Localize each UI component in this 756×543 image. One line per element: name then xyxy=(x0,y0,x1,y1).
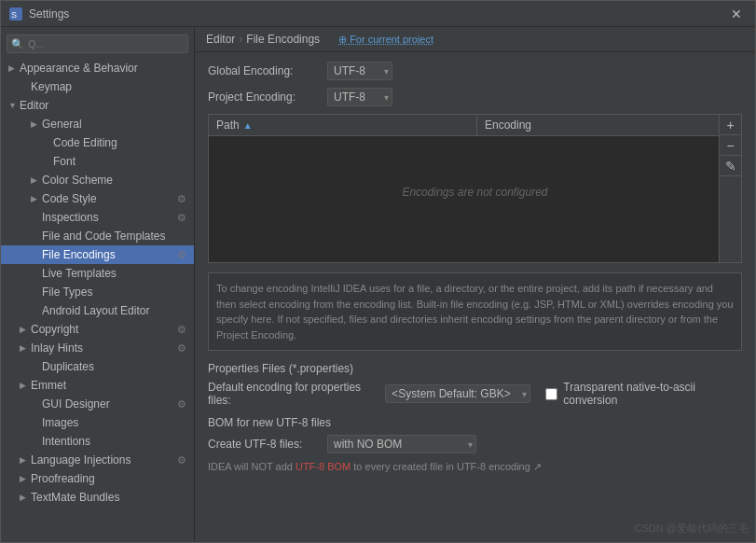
transparent-label[interactable]: Transparent native-to-ascii conversion xyxy=(563,381,742,407)
bom-note: IDEA will NOT add UTF-8 BOM to every cre… xyxy=(208,461,742,473)
app-icon: S xyxy=(8,7,23,21)
spacer xyxy=(31,250,42,259)
sidebar-item-label: General xyxy=(42,118,82,131)
breadcrumb-bar: Editor › File Encodings ⊕ For current pr… xyxy=(195,27,755,52)
sidebar-item-inspections[interactable]: Inspections ⚙ xyxy=(1,208,194,227)
sidebar-item-font[interactable]: Font xyxy=(1,152,194,171)
spacer xyxy=(31,287,42,297)
properties-encoding-row: Default encoding for properties files: <… xyxy=(208,381,742,407)
sidebar-item-color-scheme[interactable]: ▶ Color Scheme xyxy=(1,171,194,189)
sidebar-item-label: TextMate Bundles xyxy=(31,491,119,504)
sidebar-item-inlay-hints[interactable]: ▶ Inlay Hints ⚙ xyxy=(1,339,194,357)
bom-note-link[interactable]: UTF-8 BOM xyxy=(296,461,351,472)
window-title: Settings xyxy=(29,7,725,21)
properties-encoding-label: Default encoding for properties files: xyxy=(208,381,378,407)
sidebar-item-general[interactable]: ▶ General xyxy=(1,115,194,133)
sidebar-item-label: Color Scheme xyxy=(42,174,113,187)
sidebar-item-label: Language Injections xyxy=(31,453,131,466)
spacer xyxy=(31,231,42,241)
sidebar-item-gui-designer[interactable]: GUI Designer ⚙ xyxy=(1,395,194,413)
expand-arrow: ▶ xyxy=(31,119,42,129)
properties-encoding-wrapper[interactable]: <System Default: GBK> xyxy=(385,384,530,403)
table-toolbar: + − ✎ xyxy=(719,115,741,262)
badge-icon: ⚙ xyxy=(177,193,186,205)
badge-icon: ⚙ xyxy=(177,342,186,355)
expand-arrow: ▶ xyxy=(31,194,42,203)
add-encoding-button[interactable]: + xyxy=(721,115,741,135)
badge-icon: ⚙ xyxy=(177,249,186,261)
remove-encoding-button[interactable]: − xyxy=(721,135,741,156)
sidebar-item-file-types[interactable]: File Types xyxy=(1,283,194,301)
project-link[interactable]: ⊕ For current project xyxy=(338,34,433,46)
bom-select-wrapper[interactable]: with NO BOM with BOM xyxy=(327,435,476,453)
sidebar-item-emmet[interactable]: ▶ Emmet xyxy=(1,376,194,395)
bom-note-suffix: to every created file in UTF-8 encoding … xyxy=(351,461,542,472)
sidebar-item-intentions[interactable]: Intentions xyxy=(1,432,194,451)
project-encoding-label: Project Encoding: xyxy=(208,90,320,104)
project-encoding-wrapper[interactable]: UTF-8 xyxy=(327,88,392,106)
transparent-checkbox-row: Transparent native-to-ascii conversion xyxy=(545,381,742,407)
global-encoding-wrapper[interactable]: UTF-8 xyxy=(327,62,392,80)
project-encoding-select[interactable]: UTF-8 xyxy=(327,88,392,106)
sidebar-item-label: Images xyxy=(42,416,78,429)
transparent-checkbox[interactable] xyxy=(545,388,557,400)
spacer xyxy=(20,82,31,91)
sidebar-item-label: File Types xyxy=(42,285,92,299)
sidebar-item-textmate[interactable]: ▶ TextMate Bundles xyxy=(1,488,194,507)
sort-arrow-icon: ▲ xyxy=(243,120,253,131)
spacer xyxy=(31,437,42,446)
sidebar-item-editor[interactable]: ▼ Editor xyxy=(1,96,194,115)
sidebar-item-label: Font xyxy=(53,155,76,168)
sidebar-item-copyright[interactable]: ▶ Copyright ⚙ xyxy=(1,320,194,339)
settings-window: S Settings ✕ 🔍 ▶ Appearance & Behavior K… xyxy=(0,0,756,543)
sidebar-item-code-style[interactable]: ▶ Code Style ⚙ xyxy=(1,189,194,208)
sidebar-item-android-layout[interactable]: Android Layout Editor xyxy=(1,301,194,320)
sidebar-item-file-code-templates[interactable]: File and Code Templates xyxy=(1,227,194,245)
sidebar-item-label: Android Layout Editor xyxy=(42,304,149,317)
search-box[interactable]: 🔍 xyxy=(7,35,188,53)
table-header: Path ▲ Encoding xyxy=(209,115,741,136)
properties-section-title: Properties Files (*.properties) xyxy=(208,362,742,375)
sidebar-item-proofreading[interactable]: ▶ Proofreading xyxy=(1,469,194,488)
sidebar-item-label: Copyright xyxy=(31,323,78,336)
badge-icon: ⚙ xyxy=(177,398,186,411)
close-button[interactable]: ✕ xyxy=(725,5,748,23)
sidebar-item-file-encodings[interactable]: File Encodings ⚙ xyxy=(1,245,194,264)
encoding-note: To change encoding IntelliJ IDEA uses fo… xyxy=(208,272,742,351)
titlebar: S Settings ✕ xyxy=(1,1,755,27)
bom-create-row: Create UTF-8 files: with NO BOM with BOM xyxy=(208,435,742,453)
sidebar-item-label: File Encodings xyxy=(42,248,116,261)
sidebar-item-appearance[interactable]: ▶ Appearance & Behavior xyxy=(1,59,194,77)
spacer xyxy=(42,157,53,166)
sidebar-item-duplicates[interactable]: Duplicates xyxy=(1,357,194,376)
path-column-header[interactable]: Path ▲ xyxy=(209,115,476,135)
properties-section: Properties Files (*.properties) Default … xyxy=(208,362,742,407)
sidebar-item-label: Editor xyxy=(20,99,48,112)
properties-encoding-select[interactable]: <System Default: GBK> xyxy=(385,384,530,403)
project-encoding-row: Project Encoding: UTF-8 xyxy=(208,88,742,106)
sidebar-item-images[interactable]: Images xyxy=(1,413,194,432)
edit-encoding-button[interactable]: ✎ xyxy=(721,156,741,176)
collapse-arrow: ▶ xyxy=(8,63,20,73)
sidebar-item-label: Inlay Hints xyxy=(31,341,83,355)
bom-select[interactable]: with NO BOM with BOM xyxy=(327,435,476,453)
badge-icon: ⚙ xyxy=(177,454,186,466)
search-input[interactable] xyxy=(7,35,188,53)
sidebar-item-label: Inspections xyxy=(42,211,99,224)
global-encoding-select[interactable]: UTF-8 xyxy=(327,62,392,80)
bom-create-label: Create UTF-8 files: xyxy=(208,438,320,451)
bom-section-title: BOM for new UTF-8 files xyxy=(208,416,742,429)
sidebar-item-code-editing[interactable]: Code Editing xyxy=(1,133,194,152)
sidebar-item-live-templates[interactable]: Live Templates xyxy=(1,264,194,283)
sidebar-item-label: Appearance & Behavior xyxy=(20,62,138,75)
spacer xyxy=(31,399,42,409)
sidebar-item-label: File and Code Templates xyxy=(42,230,166,243)
main-panel: Editor › File Encodings ⊕ For current pr… xyxy=(195,27,755,542)
note-text-content: To change encoding IntelliJ IDEA uses fo… xyxy=(216,283,734,341)
sidebar-item-label: Code Style xyxy=(42,192,97,205)
sidebar-item-language-injections[interactable]: ▶ Language Injections ⚙ xyxy=(1,451,194,469)
search-icon: 🔍 xyxy=(11,38,24,50)
spacer xyxy=(31,306,42,315)
bom-section: BOM for new UTF-8 files Create UTF-8 fil… xyxy=(208,416,742,473)
sidebar-item-keymap[interactable]: Keymap xyxy=(1,77,194,96)
